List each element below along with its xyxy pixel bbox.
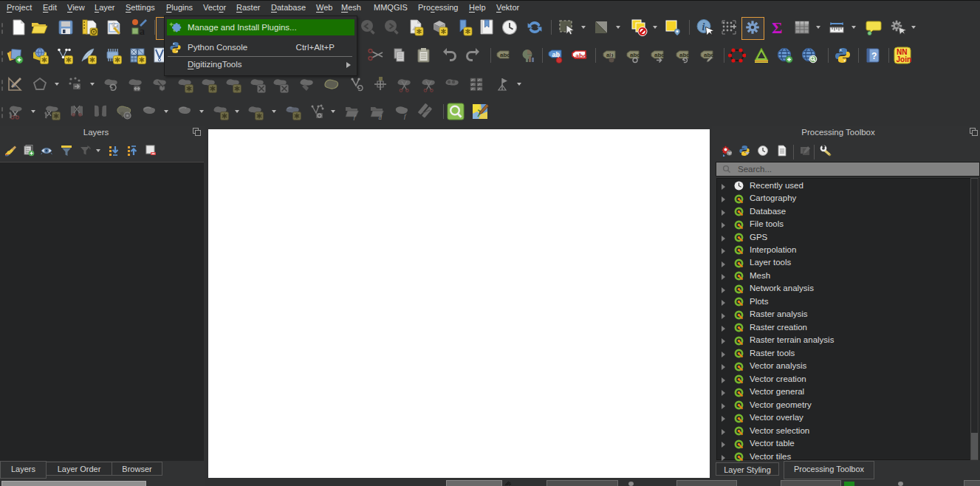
svg-text:?: ?	[871, 51, 877, 61]
svg-text:i: i	[702, 21, 705, 32]
svg-text:abc: abc	[630, 52, 640, 58]
svg-text:f: f	[404, 112, 407, 120]
svg-text:a: a	[140, 26, 145, 36]
svg-text:abc: abc	[500, 52, 510, 58]
svg-text:abc: abc	[575, 52, 587, 60]
svg-text:abc: abc	[704, 52, 714, 58]
svg-text:ab: ab	[606, 52, 613, 58]
svg-text:Σ: Σ	[772, 18, 782, 36]
svg-text:abc: abc	[679, 52, 690, 58]
svg-text:Join: Join	[897, 55, 912, 64]
svg-text:d: d	[379, 114, 383, 121]
svg-text:abc: abc	[654, 52, 665, 58]
